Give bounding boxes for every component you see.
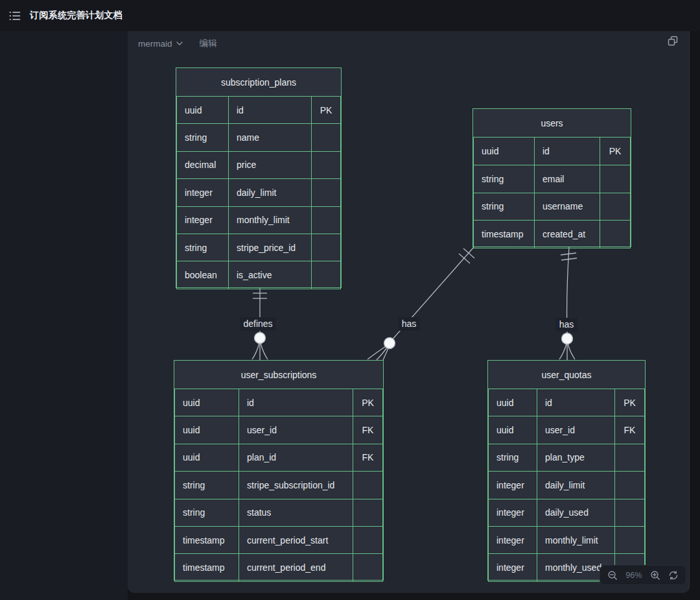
entity-row: uuididPK bbox=[474, 138, 631, 165]
attr-type: timestamp bbox=[474, 221, 535, 248]
relationship-has-right-line bbox=[559, 247, 577, 360]
document-title: 订阅系统完善计划文档 bbox=[30, 10, 122, 21]
language-label: mermaid bbox=[138, 39, 172, 49]
entity-row: integerdaily_limit bbox=[489, 472, 645, 499]
crow-foot bbox=[368, 346, 386, 359]
sidebar bbox=[0, 31, 128, 600]
entity-row: timestampcurrent_period_end bbox=[175, 554, 383, 581]
attr-key: FK bbox=[353, 416, 383, 444]
attr-type: uuid bbox=[489, 389, 537, 416]
attr-type: integer bbox=[177, 179, 229, 206]
crow-foot bbox=[261, 343, 268, 359]
entity-subscription-plans: subscription_plansuuididPKstringnamedeci… bbox=[176, 67, 342, 288]
copy-icon bbox=[667, 35, 679, 47]
attr-key bbox=[615, 526, 645, 553]
attr-type: string bbox=[489, 444, 537, 471]
entity-row: stringstripe_price_id bbox=[177, 234, 341, 261]
attr-name: monthly_limit bbox=[537, 526, 615, 553]
entity-row: stringusername bbox=[474, 193, 631, 221]
attr-name: user_id bbox=[537, 416, 615, 444]
entity-row: stringplan_type bbox=[489, 444, 645, 471]
attr-type: uuid bbox=[177, 97, 229, 124]
attr-key bbox=[312, 151, 341, 178]
entity-row: stringstatus bbox=[175, 499, 383, 526]
attr-key bbox=[353, 472, 383, 499]
entity-row: decimalprice bbox=[177, 151, 341, 178]
attr-name: is_active bbox=[229, 261, 312, 289]
entity-row: integerdaily_used bbox=[489, 499, 645, 526]
zoom-in-button[interactable] bbox=[650, 570, 660, 581]
attr-key: PK bbox=[312, 97, 341, 124]
attr-type: string bbox=[474, 193, 535, 221]
entity-user-subscriptions: user_subscriptionsuuididPKuuiduser_idFKu… bbox=[174, 360, 384, 581]
attr-type: integer bbox=[489, 526, 537, 553]
attr-key: PK bbox=[353, 389, 383, 416]
attr-name: plan_type bbox=[537, 444, 615, 471]
crow-foot bbox=[377, 348, 387, 360]
entity-attributes: uuididPKuuiduser_idFKstringplan_typeinte… bbox=[488, 389, 645, 582]
zero-marker bbox=[562, 333, 573, 344]
attr-name: daily_limit bbox=[229, 179, 312, 206]
attr-key bbox=[312, 179, 341, 206]
chevron-down-icon bbox=[176, 42, 183, 45]
attr-type: uuid bbox=[175, 389, 239, 416]
one-tick bbox=[561, 253, 576, 255]
entity-title: subscription_plans bbox=[176, 68, 341, 96]
entity-row: stringstripe_subscription_id bbox=[175, 472, 383, 499]
attr-key bbox=[353, 499, 383, 526]
attr-key bbox=[353, 554, 383, 581]
attr-name: id bbox=[537, 389, 615, 416]
attr-name: id bbox=[229, 97, 312, 124]
attr-type: uuid bbox=[175, 416, 239, 444]
diagram-canvas[interactable]: subscription_plansuuididPKstringnamedeci… bbox=[128, 31, 689, 593]
attr-name: user_id bbox=[239, 416, 353, 444]
attr-key bbox=[615, 444, 645, 471]
entity-title: users bbox=[473, 109, 631, 137]
entity-row: integerdaily_limit bbox=[177, 179, 341, 206]
attr-key bbox=[353, 526, 383, 553]
entity-row: booleanis_active bbox=[177, 261, 341, 289]
mermaid-panel: mermaid 编辑 bbox=[128, 31, 690, 593]
one-tick bbox=[463, 248, 474, 258]
attr-name: name bbox=[229, 124, 312, 151]
entity-attributes: uuididPKuuiduser_idFKuuidplan_idFKstring… bbox=[174, 389, 383, 582]
attr-type: string bbox=[175, 499, 239, 526]
refresh-button[interactable] bbox=[668, 570, 679, 581]
copy-button[interactable] bbox=[667, 35, 679, 47]
attr-type: uuid bbox=[474, 138, 535, 165]
attr-type: string bbox=[177, 234, 229, 261]
attr-key bbox=[312, 206, 341, 234]
attr-type: integer bbox=[489, 499, 537, 526]
attr-key bbox=[600, 165, 631, 193]
attr-type: integer bbox=[489, 554, 537, 581]
attr-name: id bbox=[535, 138, 600, 165]
zoom-out-icon bbox=[607, 570, 618, 581]
entity-attributes: uuididPKstringnamedecimalpriceintegerdai… bbox=[176, 96, 341, 289]
attr-name: created_at bbox=[535, 221, 600, 248]
language-dropdown[interactable]: mermaid bbox=[138, 39, 183, 49]
entity-user-quotas: user_quotasuuididPKuuiduser_idFKstringpl… bbox=[487, 360, 646, 581]
zoom-controls: 96% bbox=[600, 565, 686, 585]
attr-key bbox=[600, 221, 631, 248]
attr-name: current_period_start bbox=[239, 526, 353, 553]
entity-row: uuididPK bbox=[175, 389, 383, 416]
zoom-out-button[interactable] bbox=[607, 570, 618, 581]
entity-title: user_quotas bbox=[488, 361, 645, 389]
attr-key: FK bbox=[353, 444, 383, 471]
zoom-level: 96% bbox=[625, 571, 642, 580]
refresh-icon bbox=[668, 570, 679, 581]
entity-users: usersuuididPKstringemailstringusernameti… bbox=[472, 108, 631, 247]
entity-row: timestampcurrent_period_start bbox=[175, 526, 383, 553]
crow-foot bbox=[252, 343, 259, 359]
attr-key: PK bbox=[600, 138, 631, 165]
attr-type: string bbox=[474, 165, 535, 193]
attr-key bbox=[312, 234, 341, 261]
attr-name: username bbox=[535, 193, 600, 221]
attr-name: stripe_price_id bbox=[229, 234, 312, 261]
entity-row: stringemail bbox=[474, 165, 631, 193]
attr-name: email bbox=[535, 165, 600, 193]
edit-button[interactable]: 编辑 bbox=[200, 38, 217, 49]
entity-attributes: uuididPKstringemailstringusernametimesta… bbox=[473, 137, 631, 248]
list-icon[interactable] bbox=[9, 11, 21, 21]
zero-marker bbox=[384, 338, 395, 349]
